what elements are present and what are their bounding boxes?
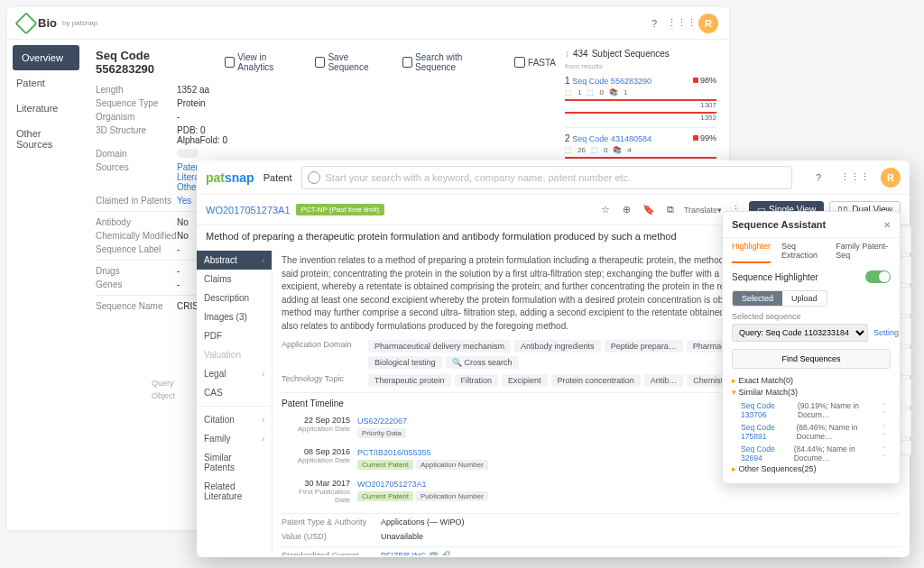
search-sequence-button[interactable]: Search with Sequence bbox=[402, 52, 500, 72]
chip[interactable]: Antibody ingredients bbox=[514, 340, 601, 353]
bio-logo[interactable]: Bio by patsnap bbox=[18, 15, 97, 32]
patent-tab[interactable]: Patent bbox=[263, 172, 292, 183]
apps-icon[interactable]: ⋮⋮⋮ bbox=[845, 168, 864, 188]
timeline-number-link[interactable]: WO2017051273A1 bbox=[357, 480, 427, 489]
nav-family[interactable]: Family› bbox=[197, 429, 272, 448]
chip[interactable]: Protein concentration bbox=[551, 374, 641, 387]
other-sequences-group[interactable]: Other Sequences(25) bbox=[732, 464, 891, 473]
patsnap-logo[interactable]: patsnap bbox=[206, 170, 254, 185]
tab-highlighter[interactable]: Highlighter bbox=[732, 242, 771, 263]
help-icon[interactable]: ? bbox=[808, 168, 828, 188]
match-item[interactable]: Seq Code 32694(84.44%; Name in Docume…˄ … bbox=[732, 443, 891, 464]
chip[interactable]: Excipient bbox=[502, 374, 548, 387]
nav-legal[interactable]: Legal› bbox=[197, 364, 272, 383]
nav-claims[interactable]: Claims bbox=[197, 270, 272, 289]
help-icon[interactable]: ? bbox=[644, 14, 664, 33]
chip[interactable]: Biological testing bbox=[368, 356, 442, 369]
nav-overview[interactable]: Overview bbox=[13, 45, 79, 70]
nav-pdf[interactable]: PDF bbox=[197, 326, 272, 345]
patent-header: patsnap Patent Start your search with a … bbox=[197, 160, 910, 195]
nav-literature[interactable]: Literature bbox=[7, 96, 85, 121]
match-item[interactable]: Seq Code 133706(90.19%; Name in Docum…˄ … bbox=[732, 399, 891, 421]
mini-tab-object[interactable]: Object bbox=[152, 391, 175, 400]
subject-sequences-panel: ↕434Subject Sequences from results 1 Seq… bbox=[565, 49, 716, 173]
chip[interactable]: Therapeutic protein bbox=[368, 374, 451, 387]
apps-icon[interactable]: ⋮⋮⋮ bbox=[671, 14, 691, 33]
analytics-icon bbox=[225, 57, 235, 68]
mini-tab-query[interactable]: Query bbox=[152, 379, 175, 388]
length-value: 1352 aa bbox=[177, 85, 209, 95]
save-sequence-button[interactable]: Save Sequence bbox=[315, 52, 388, 72]
download-icon bbox=[514, 57, 525, 68]
source-segment: Selected Upload bbox=[732, 290, 827, 307]
copy-icon[interactable]: ⧉ bbox=[662, 202, 679, 218]
type-value: Protein bbox=[177, 98, 206, 108]
star-icon[interactable]: ☆ bbox=[597, 202, 614, 218]
nav-related-lit[interactable]: Related Literature bbox=[197, 477, 272, 506]
assignee-link[interactable]: PFIZER INC 🏢 🔗 bbox=[381, 551, 450, 555]
left-nav: Overview Patent Literature Other Sources bbox=[7, 40, 85, 324]
bookmark-icon[interactable]: 🔖 bbox=[641, 202, 657, 218]
sequence-assistant-popover: Sequence Assistant✕ Highlighter Seq Extr… bbox=[722, 211, 901, 484]
bio-logo-text: Bio bbox=[38, 16, 57, 30]
bio-logo-sub: by patsnap bbox=[62, 19, 97, 27]
search-input[interactable]: Start your search with a keyword, compan… bbox=[301, 166, 793, 189]
nav-images[interactable]: Images (3) bbox=[197, 307, 272, 326]
mini-tabs: Query Object bbox=[152, 379, 175, 404]
chip[interactable]: Pharmaceutical delivery mechanism bbox=[368, 340, 511, 353]
bio-logo-icon bbox=[14, 12, 37, 34]
tab-family-patent-seq[interactable]: Family Patent-Seq bbox=[836, 242, 891, 263]
close-icon[interactable]: ✕ bbox=[883, 220, 891, 230]
chip[interactable]: Antib… bbox=[644, 374, 684, 387]
popover-title: Sequence Assistant bbox=[732, 219, 826, 230]
view-analytics-button[interactable]: View in Analytics bbox=[225, 52, 300, 72]
search-placeholder: Start your search with a keyword, compan… bbox=[326, 172, 632, 183]
globe-icon bbox=[308, 171, 320, 184]
patent-id[interactable]: WO2017051273A1 bbox=[206, 205, 291, 215]
seg-upload[interactable]: Upload bbox=[782, 291, 827, 306]
tab-seq-extraction[interactable]: Seq Extraction bbox=[781, 242, 825, 263]
seq-title: Seq Code 556283290 bbox=[96, 49, 207, 76]
highlighter-label: Sequence Highlighter bbox=[732, 272, 818, 282]
subject-seq-card[interactable]: 1 Seq Code 556283290 98% ⬚1⬚0📚1 1307 135… bbox=[565, 70, 716, 128]
bio-header: Bio by patsnap ? ⋮⋮⋮ R bbox=[7, 7, 729, 40]
domain-pill bbox=[177, 149, 199, 158]
status-badge: PCT-NP (Past time limit) bbox=[296, 204, 385, 215]
document-nav: Abstract› Claims Description Images (3) … bbox=[197, 247, 273, 555]
nav-similar[interactable]: Similar Patents bbox=[197, 448, 272, 477]
search-icon bbox=[402, 57, 412, 68]
sequence-select[interactable]: Query: Seq Code 1103233184 bbox=[732, 324, 868, 342]
plus-icon[interactable]: ⊕ bbox=[619, 202, 635, 218]
cross-search-button[interactable]: 🔍 Cross search bbox=[446, 356, 519, 369]
timeline-number-link[interactable]: US62/222067 bbox=[357, 417, 407, 426]
translate-button[interactable]: Translate ▾ bbox=[684, 202, 722, 218]
chip[interactable]: Peptide prepara… bbox=[605, 340, 683, 353]
seg-selected[interactable]: Selected bbox=[733, 291, 782, 306]
match-item[interactable]: Seq Code 175891(88.46%; Name in Docume…˄… bbox=[732, 421, 891, 443]
nav-patent[interactable]: Patent bbox=[7, 70, 85, 96]
popover-tabs: Highlighter Seq Extraction Family Patent… bbox=[723, 238, 900, 263]
nav-other[interactable]: Other Sources bbox=[7, 121, 85, 157]
similar-match-group[interactable]: Similar Match(3) bbox=[732, 388, 891, 397]
nav-abstract[interactable]: Abstract› bbox=[197, 251, 272, 270]
fasta-button[interactable]: FASTA bbox=[514, 52, 556, 72]
timeline-number-link[interactable]: PCT/IB2016/055355 bbox=[357, 448, 431, 457]
avatar[interactable]: R bbox=[698, 14, 718, 33]
chip[interactable]: Filtration bbox=[455, 374, 499, 387]
nav-cas[interactable]: CAS bbox=[197, 383, 272, 402]
highlighter-toggle[interactable] bbox=[865, 270, 891, 283]
save-icon bbox=[315, 57, 325, 68]
claimed-link[interactable]: Yes bbox=[177, 196, 191, 206]
nav-description[interactable]: Description bbox=[197, 289, 272, 307]
nav-citation[interactable]: Citation› bbox=[197, 410, 272, 429]
setting-link[interactable]: Setting bbox=[873, 328, 899, 337]
nav-valuation: Valuation bbox=[197, 345, 272, 364]
avatar[interactable]: R bbox=[881, 168, 901, 188]
find-sequences-button[interactable]: Find Sequences bbox=[732, 349, 891, 369]
exact-match-group[interactable]: Exact Match(0) bbox=[732, 376, 891, 385]
